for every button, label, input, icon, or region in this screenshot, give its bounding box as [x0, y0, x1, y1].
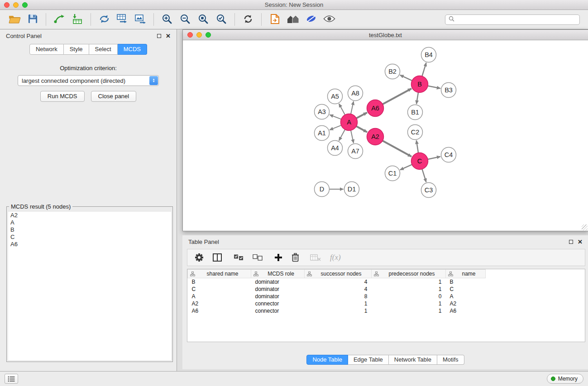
home-button[interactable]	[284, 12, 302, 27]
zoom-window-button[interactable]	[22, 2, 28, 8]
graph-edge-A-A4[interactable]	[339, 129, 345, 140]
graph-node-C4[interactable]: C4	[441, 148, 456, 162]
graph-node-C[interactable]: C	[411, 153, 428, 170]
table-row[interactable]: Adominator80A	[188, 293, 486, 300]
column-header-shared-name[interactable]: shared name	[188, 270, 251, 278]
graph-node-B1[interactable]: B1	[408, 105, 423, 120]
save-session-button[interactable]	[24, 12, 42, 27]
graph-node-A2[interactable]: A2	[367, 129, 384, 145]
network-zoom-button[interactable]	[206, 32, 211, 38]
graph-node-B3[interactable]: B3	[441, 83, 456, 98]
graph-edge-A2-C[interactable]	[382, 141, 411, 157]
tab-network[interactable]: Network	[29, 44, 64, 55]
close-window-button[interactable]	[4, 2, 10, 8]
graph-node-D1[interactable]: D1	[344, 182, 359, 197]
node-table-container[interactable]: shared nameMCDS rolesuccessor nodesprede…	[187, 269, 585, 342]
graph-edge-A-A7[interactable]	[351, 130, 354, 143]
run-mcds-button[interactable]: Run MCDS	[40, 91, 85, 102]
column-header-successor-nodes[interactable]: successor nodes	[305, 270, 372, 278]
graph-node-A6[interactable]: A6	[367, 100, 384, 117]
delete-column-button[interactable]	[292, 253, 299, 262]
column-header-predecessor-nodes[interactable]: predecessor nodes	[372, 270, 446, 278]
graph-edge-C-C2[interactable]	[416, 140, 418, 152]
mcds-result-item[interactable]: A	[8, 219, 171, 226]
open-session-button[interactable]	[266, 12, 284, 27]
optimization-criterion-dropdown[interactable]: largest connected component (directed) ▲…	[18, 75, 159, 86]
minimize-window-button[interactable]	[13, 2, 19, 8]
mcds-result-item[interactable]: C	[8, 234, 171, 241]
resize-grip[interactable]	[582, 224, 588, 230]
graph-node-B2[interactable]: B2	[385, 64, 400, 79]
network-graph[interactable]: B4B2BB3A5A8A6B1A3AC2A1A2A4A7C4CC1DD1C3	[183, 40, 588, 231]
mcds-result-item[interactable]: A2	[8, 212, 171, 219]
graph-edge-B-B4[interactable]	[422, 63, 426, 76]
tab-select[interactable]: Select	[89, 44, 118, 55]
refresh-layout-button[interactable]	[239, 12, 257, 27]
graph-edge-B-B3[interactable]	[428, 86, 440, 89]
add-column-button[interactable]	[274, 253, 282, 262]
graph-node-B[interactable]: B	[411, 76, 428, 93]
show-columns-button[interactable]	[213, 253, 222, 262]
tab-style[interactable]: Style	[64, 44, 89, 55]
graph-node-C1[interactable]: C1	[385, 166, 400, 181]
network-minimize-button[interactable]	[196, 32, 202, 38]
graph-edge-A-A8[interactable]	[351, 101, 354, 114]
new-network-button[interactable]	[95, 12, 113, 27]
search-input[interactable]	[457, 16, 576, 23]
graph-node-C3[interactable]: C3	[421, 183, 436, 198]
close-panel-icon[interactable]: ✕	[166, 33, 171, 39]
table-row[interactable]: Cdominator41C	[188, 286, 486, 293]
graph-node-A1[interactable]: A1	[315, 126, 330, 141]
graph-edge-A-A6[interactable]	[356, 113, 367, 119]
graph-edge-A-A5[interactable]	[339, 104, 345, 114]
graph-edge-A-A2[interactable]	[356, 126, 367, 132]
graph-node-D[interactable]: D	[315, 182, 330, 197]
table-row[interactable]: A6connector11A6	[188, 307, 486, 315]
tab-motifs[interactable]: Motifs	[437, 355, 464, 365]
column-header-MCDS-role[interactable]: MCDS role	[251, 270, 305, 278]
import-network-button[interactable]	[50, 12, 68, 27]
graph-node-B4[interactable]: B4	[421, 48, 436, 62]
graph-edge-B-B1[interactable]	[416, 92, 418, 104]
toolbar-search[interactable]	[445, 14, 580, 25]
close-panel-icon[interactable]: ✕	[578, 239, 583, 245]
select-all-columns-button[interactable]	[234, 254, 244, 261]
deselect-all-columns-button[interactable]	[253, 254, 263, 261]
graph-edge-C-C3[interactable]	[422, 169, 426, 182]
style-button[interactable]	[302, 12, 320, 27]
column-header-name[interactable]: name	[446, 270, 486, 278]
task-history-button[interactable]	[5, 374, 18, 384]
tab-mcds[interactable]: MCDS	[118, 44, 147, 55]
close-panel-button[interactable]: Close panel	[91, 91, 137, 102]
export-image-button[interactable]	[131, 12, 149, 27]
mcds-result-item[interactable]: B	[8, 226, 171, 234]
graph-node-A[interactable]: A	[341, 114, 358, 131]
table-row[interactable]: A2connector11A2	[188, 300, 486, 307]
memory-button[interactable]: Memory	[547, 374, 583, 384]
network-from-table-button[interactable]	[113, 12, 131, 27]
tab-node-table[interactable]: Node Table	[306, 355, 348, 365]
graph-edge-C-C1[interactable]	[400, 165, 412, 170]
zoom-in-button[interactable]	[158, 12, 176, 27]
tab-network-table[interactable]: Network Table	[389, 355, 437, 365]
show-hide-button[interactable]	[320, 12, 338, 27]
network-close-button[interactable]	[187, 32, 193, 38]
tab-edge-table[interactable]: Edge Table	[348, 355, 389, 365]
float-panel-icon[interactable]	[157, 34, 161, 38]
graph-edge-A-A3[interactable]	[330, 115, 341, 119]
table-row[interactable]: Bdominator41B	[188, 278, 486, 286]
graph-node-A5[interactable]: A5	[328, 89, 343, 104]
graph-edge-B-B2[interactable]	[400, 75, 412, 81]
zoom-selected-button[interactable]	[212, 12, 230, 27]
graph-edge-C-C4[interactable]	[428, 157, 440, 159]
graph-node-A8[interactable]: A8	[348, 86, 363, 101]
import-table-button[interactable]	[68, 12, 86, 27]
graph-node-A4[interactable]: A4	[328, 141, 343, 156]
float-panel-icon[interactable]	[569, 240, 573, 244]
network-window-titlebar[interactable]: testGlobe.txt	[183, 30, 588, 40]
mcds-result-list[interactable]: A2ABCA6	[8, 212, 171, 360]
zoom-fit-button[interactable]	[194, 12, 212, 27]
graph-edge-A-A1[interactable]	[330, 125, 341, 130]
zoom-out-button[interactable]	[176, 12, 194, 27]
network-canvas[interactable]: B4B2BB3A5A8A6B1A3AC2A1A2A4A7C4CC1DD1C3	[183, 40, 588, 231]
